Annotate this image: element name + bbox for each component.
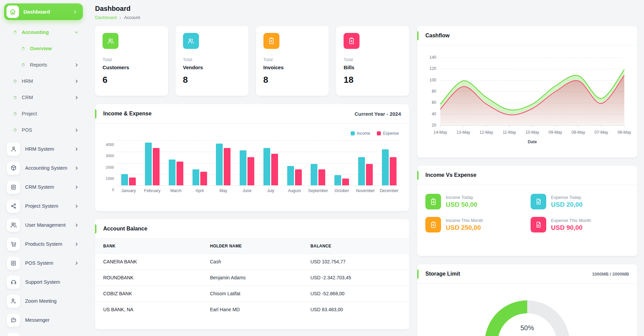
sidebar-item-pos-system[interactable]: POS System [4,254,83,273]
sidebar-item-hrm-system[interactable]: HRM System [4,139,83,158]
summary-label: Expense This Month [551,218,591,223]
storage-percent-label: 50% [485,324,570,332]
circle-bullet-icon [14,96,17,99]
file-icon [531,217,546,232]
income-bar[interactable] [287,166,294,185]
sidebar-item-project[interactable]: Project [4,106,83,122]
expense-bar[interactable] [177,162,183,185]
income-bar[interactable] [311,164,317,185]
sidebar-item-zoom-meeting[interactable]: Zoom Meeting [4,292,83,311]
expense-bar[interactable] [200,172,207,185]
stat-prefix: Total [344,57,402,62]
legend-item-expense[interactable]: Expense [377,131,399,136]
bank-cell: CANERA BANK [95,254,202,270]
sidebar-item-messenger[interactable]: Messenger [4,311,83,330]
stat-card-vendors: Total Vendors 8 [176,26,249,96]
file-icon [531,194,546,209]
card-title: Storage Limit [425,271,460,277]
table-row: ROUNDBANK Benjamin Adams USD -2.342.703,… [95,270,409,286]
income-bar[interactable] [216,144,223,185]
y-axis-tick-label: 60 [432,100,437,105]
income-bar[interactable] [121,174,128,185]
sidebar-item-notification-template[interactable]: Notification Template [4,330,83,336]
expense-bar[interactable] [366,164,373,185]
y-axis-tick-label: 100 [429,78,436,82]
sidebar-item-dashboard[interactable]: Dashboard [4,3,83,20]
sidebar-item-reports[interactable]: Reports [4,57,83,73]
expense-bar[interactable] [318,169,325,185]
legend-item-income[interactable]: Income [351,131,370,136]
y-axis-tick-label: 0 [112,188,114,192]
expense-bar[interactable] [129,178,136,185]
share-icon [7,200,20,213]
sidebar-item-crm[interactable]: CRM [4,89,83,106]
summary-value: USD 90,00 [551,224,591,231]
summary-label: Income This Month [446,218,483,223]
sidebar-item-label: Messenger [25,317,79,323]
stat-prefix: Total [103,57,161,62]
chevron-right-icon [74,79,79,83]
expense-bar[interactable] [342,179,349,185]
x-axis-tick-label: 14-May [434,130,447,135]
summary-label: Income Today [446,195,477,200]
sidebar-item-crm-system[interactable]: CRM System [4,178,83,197]
sidebar-item-label: Reports [30,62,74,68]
sidebar-item-accounting-system[interactable]: Accounting System [4,158,83,178]
chevron-down-icon [74,30,79,35]
storage-limit-card-header: Storage Limit 1000MB / 2000MB [417,264,637,284]
expense-bar[interactable] [224,148,231,185]
sidebar-item-hrm[interactable]: HRM [4,73,83,89]
x-axis-tick-label: January [117,188,141,193]
sidebar-item-label: Dashboard [23,9,73,15]
x-axis-labels: JanuaryFebruaryMarchAprilMayJuneJulyAugu… [117,188,401,193]
sidebar-item-label: Project System [25,203,74,209]
sidebar-item-support-system[interactable]: Support System [4,273,83,292]
income-bar[interactable] [192,169,199,185]
income-bar[interactable] [240,150,246,185]
breadcrumb-home-link[interactable]: Dashboard [95,15,117,20]
home-icon [6,5,19,18]
sidebar-item-project-system[interactable]: Project System [4,197,83,216]
sidebar-item-label: Products System [25,241,74,247]
income-bar[interactable] [145,143,152,185]
sidebar-item-user-management[interactable]: User Management [4,216,83,235]
expense-bar[interactable] [390,157,397,185]
app-box-icon [7,257,20,270]
sidebar-systems-menu: HRM System Accounting System CRM System … [4,139,83,336]
income-bar[interactable] [382,149,389,185]
legend-swatch [351,131,355,135]
sidebar-item-overview[interactable]: Overview [4,40,83,57]
sidebar-item-products-system[interactable]: Products System [4,235,83,254]
sidebar-item-label: HRM [22,78,74,84]
income-bar[interactable] [263,148,270,185]
expense-bar[interactable] [295,169,302,185]
income-bar[interactable] [334,175,341,185]
expense-bar[interactable] [247,157,254,185]
income-bar[interactable] [358,157,365,185]
sidebar-item-pos[interactable]: POS [4,122,83,138]
y-axis-tick-label: 1000 [106,176,114,181]
circle-bullet-icon [14,129,17,132]
stat-label: Invoices [263,64,321,70]
balance-cell: USD 102.754,77 [302,254,409,270]
table-row: CANERA BANK Cash USD 102.754,77 [95,254,409,270]
account-balance-card-header: Account Balance [95,219,409,239]
sidebar-item-accounting[interactable]: Accounting [4,24,83,40]
expense-bar[interactable] [271,154,278,185]
bar-group-july [259,141,283,185]
main-content: Dashboard Dashboard › Account Total Cust… [87,0,644,336]
income-bar[interactable] [169,160,176,185]
svg-text:$: $ [271,40,272,43]
bar-group-june [235,141,259,185]
summary-label: Expense Today [551,195,583,200]
stat-prefix: Total [183,57,241,62]
summary-item-income-today: $ Income Today USD 50,00 [425,194,524,209]
bank-cell: US BANK, NA [95,302,202,318]
expense-bar[interactable] [153,148,160,185]
income-expense-card: Income & Expense Current Year - 2024 Inc… [95,104,409,211]
holder-cell: Chisom Latifat [202,286,302,302]
svg-text:$: $ [433,223,434,226]
chevron-right-icon [74,95,79,100]
storage-usage-label: 1000MB / 2000MB [592,272,629,277]
x-axis-title: Date [528,139,537,144]
